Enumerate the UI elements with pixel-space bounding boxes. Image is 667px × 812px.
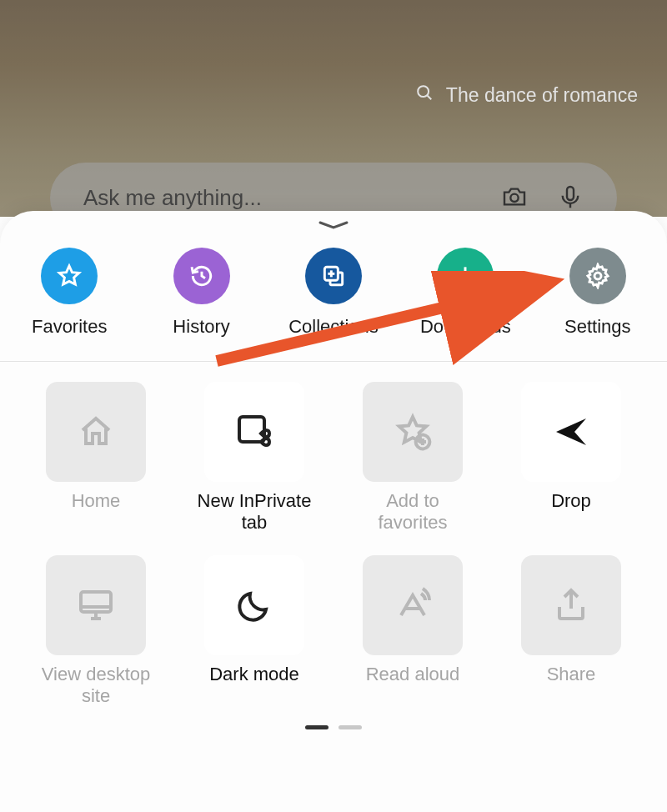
quick-label: Settings <box>564 316 631 338</box>
grid-add-favorite[interactable]: Add to favorites <box>350 382 475 535</box>
monitor-icon <box>46 555 146 655</box>
read-aloud-icon <box>363 555 463 655</box>
quick-favorites[interactable]: Favorites <box>3 248 135 338</box>
bottom-sheet: Favorites History Collections Downloads <box>0 211 667 812</box>
grid-home[interactable]: Home <box>33 382 158 535</box>
quick-label: Downloads <box>420 316 511 338</box>
quick-label: History <box>173 316 229 338</box>
grid-share[interactable]: Share <box>509 555 634 709</box>
grid-label: Drop <box>551 490 591 535</box>
star-add-icon <box>363 382 463 482</box>
gear-icon <box>569 248 626 304</box>
inprivate-icon <box>204 382 304 482</box>
send-icon <box>521 382 621 482</box>
page-dot-1 <box>305 725 328 729</box>
grid-label: Home <box>72 490 121 535</box>
svg-point-0 <box>418 86 429 97</box>
camera-icon[interactable] <box>501 183 528 213</box>
top-search-text: The dance of romance <box>446 84 638 107</box>
grid-label: Add to favorites <box>350 490 475 535</box>
sheet-grabber[interactable] <box>0 211 667 236</box>
download-icon <box>437 248 494 304</box>
grid-label: New InPrivate tab <box>192 490 317 535</box>
grid-label: View desktop site <box>33 664 158 709</box>
actions-grid: Home New InPrivate tab Add to favorites … <box>0 362 667 729</box>
svg-point-2 <box>510 193 518 201</box>
mic-icon[interactable] <box>557 183 584 213</box>
quick-label: Favorites <box>32 316 107 338</box>
share-icon <box>521 555 621 655</box>
quick-downloads[interactable]: Downloads <box>399 248 531 338</box>
quick-actions-row: Favorites History Collections Downloads <box>0 236 667 361</box>
svg-line-1 <box>427 95 431 99</box>
quick-collections[interactable]: Collections <box>268 248 399 338</box>
svg-rect-3 <box>567 187 574 200</box>
grid-drop[interactable]: Drop <box>509 382 634 535</box>
page-dot-2 <box>339 725 362 729</box>
grid-label: Dark mode <box>209 664 299 709</box>
star-icon <box>41 248 98 304</box>
quick-label: Collections <box>288 316 379 338</box>
grid-desktop-site[interactable]: View desktop site <box>33 555 158 709</box>
top-search-suggestion[interactable]: The dance of romance <box>415 83 638 107</box>
collections-icon <box>305 248 362 304</box>
grid-label: Read aloud <box>366 664 460 709</box>
svg-point-9 <box>594 273 601 279</box>
grid-inprivate[interactable]: New InPrivate tab <box>192 382 317 535</box>
quick-settings[interactable]: Settings <box>532 248 664 338</box>
search-icon <box>415 83 434 107</box>
home-icon <box>46 382 146 482</box>
quick-history[interactable]: History <box>135 248 267 338</box>
search-placeholder: Ask me anything... <box>83 185 501 211</box>
moon-icon <box>204 555 304 655</box>
grid-dark-mode[interactable]: Dark mode <box>192 555 317 709</box>
page-indicator[interactable] <box>33 725 634 729</box>
svg-rect-10 <box>239 417 264 442</box>
history-icon <box>173 248 230 304</box>
svg-rect-14 <box>81 592 111 612</box>
grid-read-aloud[interactable]: Read aloud <box>350 555 475 709</box>
grid-label: Share <box>547 664 596 709</box>
